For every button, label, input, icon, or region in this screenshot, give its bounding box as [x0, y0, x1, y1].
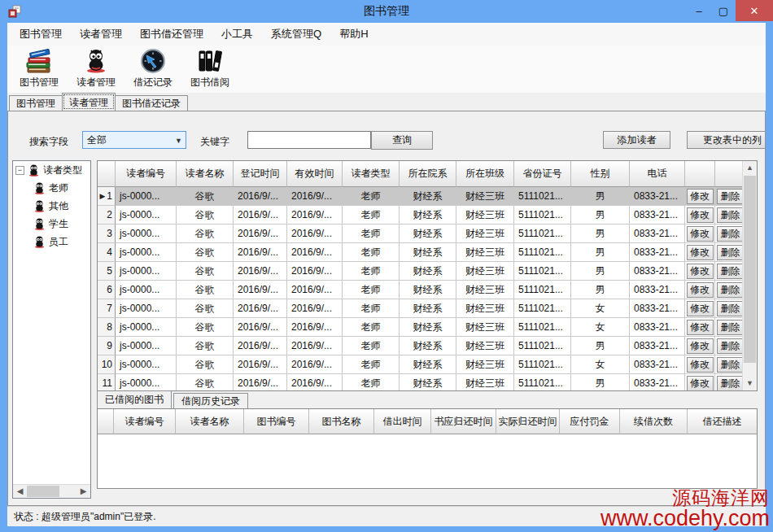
tab-borrow-history[interactable]: 借阅历史记录	[173, 393, 248, 408]
modify-button[interactable]: 修改	[687, 189, 714, 204]
delete-button[interactable]: 删除	[717, 207, 744, 223]
tree-node-staff[interactable]: 员工	[13, 233, 90, 251]
column-header[interactable]	[685, 161, 715, 187]
add-reader-button[interactable]: 添加读者	[603, 131, 670, 149]
delete-button[interactable]: 删除	[717, 245, 744, 260]
modify-button[interactable]: 修改	[687, 320, 714, 335]
column-header[interactable]: 登记时间	[234, 161, 287, 187]
scroll-up-icon[interactable]: ▲	[743, 161, 757, 175]
delete-button[interactable]: 删除	[717, 264, 744, 279]
table-row[interactable]: 7js-0000...谷歌2016/9/...2016/9/...老师财经系财经…	[98, 299, 757, 318]
column-header[interactable]: 读者名称	[176, 409, 244, 434]
modify-button[interactable]: 修改	[687, 357, 714, 373]
column-header[interactable]: 性别	[571, 161, 630, 187]
modify-button[interactable]: 修改	[687, 264, 714, 279]
table-row[interactable]: 11js-0000...谷歌2016/9/...2016/9/...老师财经系财…	[98, 374, 757, 391]
column-header[interactable]: 所在班级	[456, 161, 514, 187]
row-header[interactable]: 11	[98, 374, 116, 391]
delete-button[interactable]: 删除	[717, 226, 744, 242]
menu-help[interactable]: 帮助H	[330, 23, 377, 46]
row-header[interactable]: 10	[98, 355, 116, 374]
scroll-down-icon[interactable]: ▼	[743, 377, 757, 390]
tree-horizontal-scrollbar[interactable]: ◀ ▶	[13, 484, 90, 498]
tree-node-teacher[interactable]: 老师	[13, 179, 90, 197]
row-header[interactable]: 8	[98, 318, 116, 337]
column-header[interactable]: 图书编号	[244, 409, 309, 434]
tree-node-reader-type[interactable]: − 读者类型	[13, 161, 90, 179]
column-header[interactable]: 借出时间	[374, 409, 431, 434]
toolbar-reader-management-button[interactable]: 读者管理	[69, 47, 123, 91]
modify-button[interactable]: 修改	[687, 338, 714, 354]
scrollbar-thumb[interactable]	[27, 486, 59, 497]
delete-button[interactable]: 删除	[717, 338, 744, 354]
modify-button[interactable]: 修改	[687, 226, 714, 242]
row-header[interactable]: 4	[98, 243, 116, 262]
table-row[interactable]: 6js-0000...谷歌2016/9/...2016/9/...老师财经系财经…	[98, 281, 757, 299]
readers-vertical-scrollbar[interactable]: ▲ ▼	[742, 161, 757, 390]
modify-button[interactable]: 修改	[687, 207, 714, 223]
delete-button[interactable]: 删除	[717, 357, 744, 373]
tree-collapse-icon[interactable]: −	[15, 166, 24, 175]
column-header[interactable]: 所在院系	[400, 161, 456, 187]
menu-borrow-return-management[interactable]: 图书借还管理	[131, 23, 212, 46]
scroll-right-icon[interactable]: ▶	[76, 485, 90, 498]
column-header[interactable]: 借还描述	[688, 409, 758, 434]
column-header[interactable]: 读者类型	[343, 161, 400, 187]
column-header[interactable]: 有效时间	[287, 161, 343, 187]
table-row[interactable]: 9js-0000...谷歌2016/9/...2016/9/...老师财经系财经…	[98, 337, 757, 355]
toolbar-book-borrowing-button[interactable]: 图书借阅	[183, 47, 237, 91]
column-header[interactable]: 读者名称	[177, 161, 234, 187]
row-header[interactable]: 6	[98, 281, 116, 299]
tab-borrowed-books[interactable]: 已借阅的图书	[97, 390, 172, 408]
scroll-left-icon[interactable]: ◀	[13, 485, 27, 498]
column-header[interactable]: 图书名称	[309, 409, 374, 434]
table-row[interactable]: 10js-0000...谷歌2016/9/...2016/9/...老师财经系财…	[98, 355, 757, 374]
row-header[interactable]: 7	[98, 299, 116, 318]
column-header[interactable]: 读者编号	[116, 161, 177, 187]
table-row[interactable]: 4js-0000...谷歌2016/9/...2016/9/...老师财经系财经…	[98, 243, 757, 262]
table-row[interactable]: ▶1js-0000...谷歌2016/9/...2016/9/...老师财经系财…	[98, 187, 757, 206]
row-header[interactable]: 2	[98, 206, 116, 225]
maximize-button[interactable]: ▢	[711, 0, 736, 21]
scrollbar-thumb[interactable]	[744, 176, 756, 363]
row-header[interactable]: ▶1	[98, 187, 116, 206]
delete-button[interactable]: 删除	[717, 320, 744, 335]
table-row[interactable]: 8js-0000...谷歌2016/9/...2016/9/...老师财经系财经…	[98, 318, 757, 337]
column-header[interactable]: 应付罚金	[560, 409, 620, 434]
table-row[interactable]: 3js-0000...谷歌2016/9/...2016/9/...老师财经系财经…	[98, 225, 757, 243]
delete-button[interactable]: 删除	[717, 189, 744, 204]
modify-button[interactable]: 修改	[687, 282, 714, 298]
menu-tools[interactable]: 小工具	[212, 23, 262, 46]
toolbar-book-management-button[interactable]: 图书管理	[12, 47, 66, 91]
table-row[interactable]: 2js-0000...谷歌2016/9/...2016/9/...老师财经系财经…	[98, 206, 757, 225]
delete-button[interactable]: 删除	[717, 282, 744, 298]
tree-node-other[interactable]: 其他	[13, 197, 90, 215]
keyword-input[interactable]	[247, 131, 371, 149]
modify-button[interactable]: 修改	[687, 245, 714, 260]
column-header[interactable]: 读者编号	[114, 409, 176, 434]
tab-book-management[interactable]: 图书管理	[9, 95, 63, 111]
row-header[interactable]: 3	[98, 225, 116, 243]
delete-button[interactable]: 删除	[717, 376, 744, 391]
menu-reader-management[interactable]: 读者管理	[71, 23, 131, 46]
query-button[interactable]: 查询	[371, 131, 433, 150]
column-header[interactable]: 书应归还时间	[431, 409, 496, 434]
close-button[interactable]: ✕	[736, 0, 773, 21]
row-header[interactable]: 9	[98, 337, 116, 355]
modify-button[interactable]: 修改	[687, 376, 714, 391]
tree-node-student[interactable]: 学生	[13, 215, 90, 233]
menu-system-management[interactable]: 系统管理Q	[262, 23, 330, 46]
tab-borrow-return-records[interactable]: 图书借还记录	[115, 95, 188, 111]
minimize-button[interactable]: –	[687, 0, 711, 21]
table-row[interactable]: 5js-0000...谷歌2016/9/...2016/9/...老师财经系财经…	[98, 262, 757, 281]
modify-button[interactable]: 修改	[687, 301, 714, 316]
column-header[interactable]: 续借次数	[620, 409, 688, 434]
toolbar-borrow-records-button[interactable]: 借还记录	[126, 47, 180, 91]
column-header[interactable]: 电话	[630, 161, 685, 187]
tab-reader-management[interactable]: 读者管理	[62, 93, 116, 111]
menu-book-management[interactable]: 图书管理	[11, 23, 71, 46]
search-field-select[interactable]: 全部 ▼	[82, 131, 186, 149]
delete-button[interactable]: 删除	[717, 301, 744, 316]
row-header[interactable]: 5	[98, 262, 116, 281]
column-header[interactable]: 实际归还时间	[496, 409, 560, 434]
